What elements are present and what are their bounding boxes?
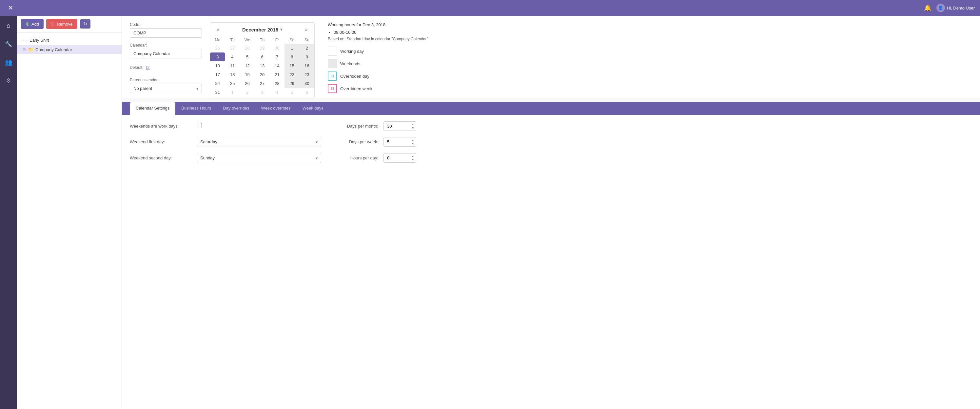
tab-business-hours[interactable]: Business Hours — [175, 102, 217, 115]
legend: Working day Weekends 31 Overridden day 3… — [328, 46, 972, 93]
calendar-day[interactable]: 27 — [225, 44, 240, 53]
form-area: Code: Calendar: Default: ☑ Parent calend… — [122, 16, 980, 98]
notification-icon[interactable]: 🔔 — [924, 4, 931, 11]
calendar-day[interactable]: 16 — [299, 61, 314, 70]
calendar-group: Calendar: — [130, 43, 202, 58]
default-checkmark-icon: ☑ — [146, 65, 150, 71]
add-button[interactable]: ⊕ Add — [21, 19, 44, 29]
calendar-day[interactable]: 28 — [270, 79, 285, 88]
legend-overridden-week-box: 31 — [328, 84, 337, 93]
calendar-day[interactable]: 2 — [299, 44, 314, 53]
weekends-work-days-checkbox[interactable] — [197, 123, 202, 128]
calendar-day[interactable]: 5 — [285, 88, 299, 97]
hours-per-day-wrap: ▲ ▼ — [383, 153, 416, 163]
calendar-day[interactable]: 29 — [285, 79, 299, 88]
calendar-day[interactable]: 30 — [299, 79, 314, 88]
weekend-first-day-label: Weekend first day: — [130, 139, 189, 144]
user-menu[interactable]: 👤 Hi, Demo User — [936, 3, 975, 12]
calendar-day[interactable]: 2 — [240, 88, 255, 97]
code-input[interactable] — [130, 28, 202, 38]
tree-item-company-calendar[interactable]: ⊕ 📁 Company Calendar — [17, 45, 122, 54]
close-button[interactable]: ✕ — [5, 3, 16, 13]
calendar-day[interactable]: 3 — [210, 53, 225, 61]
calendar-day[interactable]: 6 — [255, 53, 269, 61]
calendar-next-button[interactable]: » — [303, 26, 310, 33]
sidebar-item-tools[interactable]: 🔧 — [3, 38, 14, 50]
calendar-day[interactable]: 5 — [240, 53, 255, 61]
tree-item-early-shift[interactable]: — Early Shift — [17, 35, 122, 45]
calendar-prev-button[interactable]: « — [215, 26, 221, 33]
days-per-week-wrap: ▲ ▼ — [383, 137, 416, 147]
calendar-day[interactable]: 8 — [285, 53, 299, 61]
col-header-tu: Tu — [225, 37, 240, 44]
code-group: Code: — [130, 22, 202, 38]
topbar: ✕ 🔔 👤 Hi, Demo User — [0, 0, 980, 16]
calendar-day[interactable]: 29 — [255, 44, 269, 53]
calendar-day[interactable]: 1 — [285, 44, 299, 53]
hours-per-day-up[interactable]: ▲ — [410, 155, 415, 158]
parent-calendar-select[interactable]: No parent — [130, 84, 202, 93]
calendar-day[interactable]: 12 — [240, 61, 255, 70]
weekend-second-day-label: Weekend second day: — [130, 155, 189, 160]
calendar-day[interactable]: 25 — [225, 79, 240, 88]
legend-item-working: Working day — [328, 46, 972, 56]
calendar-day[interactable]: 27 — [255, 79, 269, 88]
calendar-day[interactable]: 19 — [240, 70, 255, 79]
calendar-day[interactable]: 3 — [255, 88, 269, 97]
tab-week-overrides[interactable]: Week overrides — [255, 102, 297, 115]
calendar-day[interactable]: 9 — [299, 53, 314, 61]
calendar-day[interactable]: 14 — [270, 61, 285, 70]
calendar-day[interactable]: 11 — [225, 61, 240, 70]
weekends-work-days-label: Weekends are work days: — [130, 124, 189, 129]
settings-area: Weekends are work days: Days per month: … — [122, 115, 980, 409]
code-label: Code: — [130, 22, 202, 27]
weekend-first-day-select[interactable]: Saturday Sunday Monday Friday — [197, 137, 321, 147]
calendar-day[interactable]: 26 — [240, 79, 255, 88]
weekend-second-day-select[interactable]: Sunday Saturday Monday — [197, 153, 321, 163]
calendar-day[interactable]: 17 — [210, 70, 225, 79]
calendar-day[interactable]: 20 — [255, 70, 269, 79]
hours-per-day-down[interactable]: ▼ — [410, 158, 415, 162]
calendar-input[interactable] — [130, 49, 202, 58]
calendar-day[interactable]: 28 — [240, 44, 255, 53]
tab-day-overrides[interactable]: Day overrides — [217, 102, 255, 115]
days-per-month-label: Days per month: — [329, 124, 378, 129]
calendar-day[interactable]: 31 — [210, 88, 225, 97]
add-label: Add — [32, 22, 39, 27]
days-per-month-up[interactable]: ▲ — [410, 123, 415, 126]
tab-calendar-settings[interactable]: Calendar Settings — [130, 102, 175, 115]
form-fields: Code: Calendar: Default: ☑ Parent calend… — [130, 22, 202, 98]
calendar-day[interactable]: 4 — [225, 53, 240, 61]
calendar-day[interactable]: 23 — [299, 70, 314, 79]
days-per-week-down[interactable]: ▼ — [410, 142, 415, 145]
settings-row-1: Weekends are work days: Days per month: … — [130, 121, 972, 131]
days-per-month-down[interactable]: ▼ — [410, 126, 415, 130]
calendar-day[interactable]: 18 — [225, 70, 240, 79]
remove-button[interactable]: ⊖ Remove — [46, 19, 77, 29]
calendar-day[interactable]: 15 — [285, 61, 299, 70]
sidebar-item-home[interactable]: ⌂ — [3, 20, 14, 32]
calendar-day[interactable]: 22 — [285, 70, 299, 79]
calendar-dropdown-icon: ▾ — [280, 27, 282, 32]
calendar-day[interactable]: 7 — [270, 53, 285, 61]
sidebar-item-settings[interactable]: ⚙ — [3, 75, 14, 86]
sidebar-item-users[interactable]: 👥 — [3, 56, 14, 68]
calendar-day[interactable]: 1 — [225, 88, 240, 97]
calendar-day[interactable]: 26 — [210, 44, 225, 53]
calendar-day[interactable]: 21 — [270, 70, 285, 79]
parent-calendar-label: Parent calendar: — [130, 78, 202, 82]
tree-dash-icon: — — [22, 37, 27, 43]
calendar-title[interactable]: December 2018 ▾ — [242, 27, 282, 32]
calendar-day[interactable]: 4 — [270, 88, 285, 97]
calendar-day[interactable]: 6 — [299, 88, 314, 97]
tab-week-days[interactable]: Week days — [297, 102, 329, 115]
calendar-day[interactable]: 10 — [210, 61, 225, 70]
col-header-fr: Fr — [270, 37, 285, 44]
right-info-panel: Working hours for Dec 3, 2018: 08:00-16:… — [323, 22, 972, 98]
refresh-button[interactable]: ↻ — [80, 19, 91, 29]
calendar-day[interactable]: 30 — [270, 44, 285, 53]
days-per-week-up[interactable]: ▲ — [410, 138, 415, 142]
legend-overridden-week-label: Overridden week — [340, 86, 372, 91]
calendar-day[interactable]: 24 — [210, 79, 225, 88]
calendar-day[interactable]: 13 — [255, 61, 269, 70]
